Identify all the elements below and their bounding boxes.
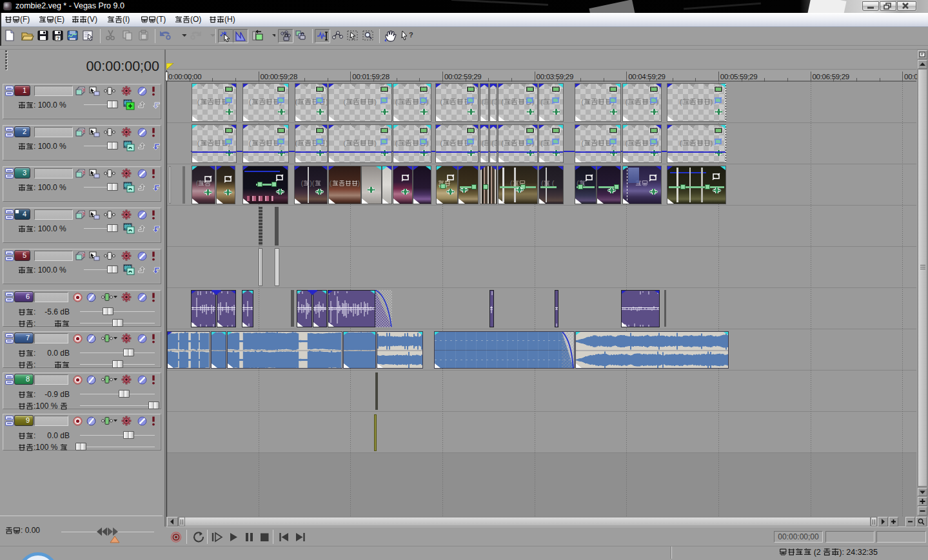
svg-text:?: ?	[409, 31, 413, 39]
svg-text:?: ?	[57, 35, 60, 41]
